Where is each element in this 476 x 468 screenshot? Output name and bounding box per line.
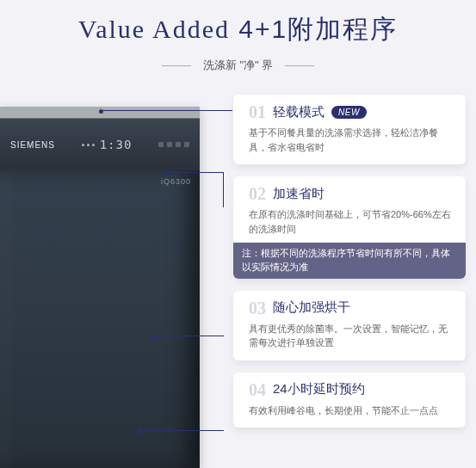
model-label: iQ6300	[161, 177, 191, 186]
feature-desc: 基于不同餐具量的洗涤需求选择，轻松洁净餐具，省水省电省时	[249, 126, 454, 154]
display-time: 1:30	[100, 138, 133, 151]
feature-title: 随心加强烘干	[273, 299, 350, 316]
connector-line	[103, 110, 232, 111]
header: Value Added 4+1附加程序 洗涤新 "净" 界	[0, 0, 476, 73]
card-head: 03 随心加强烘干	[249, 299, 454, 317]
divider-left	[162, 65, 191, 66]
subtitle-text: 洗涤新 "净" 界	[203, 58, 273, 73]
title-cn: 4+1附加程序	[230, 15, 398, 43]
feature-card: 02 加速省时 在原有的洗涤时间基础上，可节省20%-66%左右的洗涤时间 注：…	[233, 176, 466, 279]
brand-label: SIEMENS	[10, 140, 55, 150]
indicator-dots	[82, 144, 95, 146]
feature-note: 注：根据不同的洗涤程序节省时间有所不同，具体以实际情况为准	[233, 243, 466, 279]
feature-number: 04	[249, 381, 266, 398]
feature-number: 02	[249, 185, 266, 202]
content: SIEMENS 1:30 iQ6300 01 轻载模式 NEW 基于不	[0, 86, 476, 468]
page-title: Value Added 4+1附加程序	[0, 12, 476, 47]
feature-desc: 具有更优秀的除菌率。一次设置，智能记忆，无需每次进行单独设置	[249, 322, 454, 350]
feature-desc: 在原有的洗涤时间基础上，可节省20%-66%左右的洗涤时间	[249, 207, 454, 236]
dishwasher-door: iQ6300	[0, 170, 200, 468]
new-badge: NEW	[331, 106, 367, 119]
connector-line	[155, 336, 224, 336]
panel-buttons	[158, 142, 189, 147]
feature-card: 03 随心加强烘干 具有更优秀的除菌率。一次设置，智能记忆，无需每次进行单独设置	[233, 291, 466, 360]
card-head: 01 轻载模式 NEW	[249, 103, 454, 120]
dishwasher-image: SIEMENS 1:30 iQ6300	[0, 107, 200, 468]
feature-list: 01 轻载模式 NEW 基于不同餐具量的洗涤需求选择，轻松洁净餐具，省水省电省时…	[233, 95, 466, 428]
feature-number: 03	[249, 299, 266, 317]
subtitle-row: 洗涤新 "净" 界	[0, 58, 476, 73]
divider-right	[285, 65, 314, 66]
connector-line	[142, 430, 224, 431]
feature-title: 24小时延时预约	[273, 381, 365, 397]
card-head: 02 加速省时	[249, 185, 454, 202]
feature-desc: 有效利用峰谷电，长期使用，节能不止一点点	[249, 403, 454, 418]
feature-card: 01 轻载模式 NEW 基于不同餐具量的洗涤需求选择，轻松洁净餐具，省水省电省时	[233, 95, 466, 164]
feature-card: 04 24小时延时预约 有效利用峰谷电，长期使用，节能不止一点点	[233, 373, 466, 428]
title-en: Value Added	[78, 15, 230, 43]
connector-line	[168, 172, 224, 173]
control-panel: SIEMENS 1:30	[0, 119, 200, 170]
time-display: 1:30	[82, 138, 133, 151]
card-head: 04 24小时延时预约	[249, 381, 454, 398]
feature-number: 01	[249, 103, 266, 120]
feature-title: 轻载模式	[273, 104, 325, 120]
feature-title: 加速省时	[273, 186, 325, 202]
